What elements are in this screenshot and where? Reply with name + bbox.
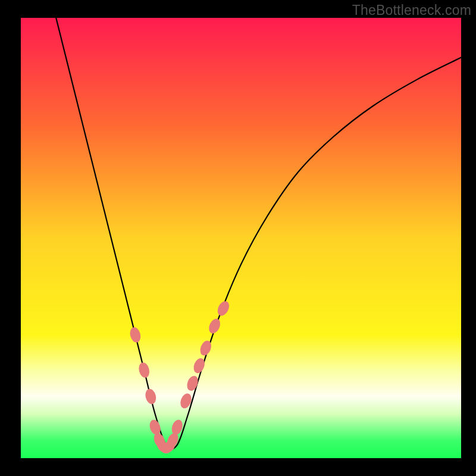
plot-background [21,18,461,458]
chart-frame: TheBottleneck.com [0,0,476,476]
chart-svg [0,0,476,476]
watermark-text: TheBottleneck.com [352,2,471,18]
